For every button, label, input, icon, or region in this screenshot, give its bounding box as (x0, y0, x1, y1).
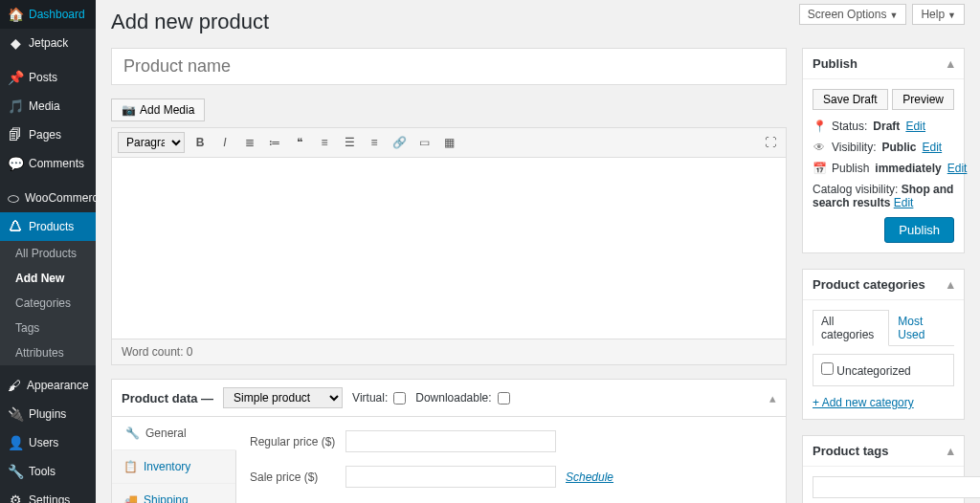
eye-icon: 👁 (813, 141, 826, 154)
menu-dashboard[interactable]: 🏠Dashboard (0, 0, 96, 29)
edit-status-link[interactable]: Edit (905, 120, 925, 133)
uncategorized-option[interactable]: Uncategorized (821, 364, 911, 378)
publish-box: Publish▴ Save Draft Preview 📍Status: Dra… (802, 48, 965, 253)
italic-button[interactable]: I (215, 133, 234, 152)
menu-comments[interactable]: 💬Comments (0, 149, 96, 178)
admin-sidebar: 🏠Dashboard ◆Jetpack 📌Posts 🎵Media 🗐Pages… (0, 0, 96, 503)
cat-tab-most-used[interactable]: Most Used (889, 310, 954, 346)
add-category-link[interactable]: + Add new category (813, 396, 954, 409)
submenu-categories[interactable]: Categories (0, 291, 96, 316)
tag-input[interactable] (813, 476, 980, 498)
menu-media[interactable]: 🎵Media (0, 92, 96, 120)
align-right-button[interactable]: ≡ (365, 133, 384, 152)
clipboard-icon: 📋 (123, 460, 138, 473)
preview-button[interactable]: Preview (892, 89, 954, 110)
save-draft-button[interactable]: Save Draft (813, 89, 888, 110)
camera-icon: 📷 (122, 103, 136, 117)
sale-price-input[interactable] (345, 466, 556, 488)
number-list-button[interactable]: ≔ (265, 133, 284, 152)
gear-icon: ⚙ (8, 492, 23, 503)
quote-button[interactable]: ❝ (290, 133, 309, 152)
product-data-header: Product data — Simple product Virtual: D… (111, 379, 787, 417)
comment-icon: 💬 (8, 156, 23, 171)
menu-settings[interactable]: ⚙Settings (0, 486, 96, 503)
menu-posts[interactable]: 📌Posts (0, 63, 96, 92)
submenu-add-new[interactable]: Add New (0, 266, 96, 291)
content-editor[interactable] (111, 158, 787, 339)
editor-toolbar: Paragraph B I ≣ ≔ ❝ ≡ ☰ ≡ 🔗 ▭ ▦ ⛶ (111, 127, 787, 158)
main-content: Screen Options▼ Help▼ Add new product 📷A… (96, 0, 980, 503)
regular-price-input[interactable] (345, 430, 556, 452)
wrench-icon: 🔧 (125, 426, 140, 440)
cat-tab-all[interactable]: All categories (813, 310, 889, 346)
plug-icon: 🔌 (8, 406, 23, 422)
tab-shipping[interactable]: 🚚Shipping (112, 484, 235, 503)
menu-pages[interactable]: 🗐Pages (0, 120, 96, 149)
menu-appearance[interactable]: 🖌Appearance (0, 371, 96, 400)
regular-price-label: Regular price ($) (250, 435, 345, 448)
align-center-button[interactable]: ☰ (340, 133, 359, 152)
menu-plugins[interactable]: 🔌Plugins (0, 400, 96, 428)
menu-jetpack[interactable]: ◆Jetpack (0, 29, 96, 57)
submenu-attributes[interactable]: Attributes (0, 340, 96, 365)
tab-inventory[interactable]: 📋Inventory (112, 450, 235, 484)
menu-tools[interactable]: 🔧Tools (0, 457, 96, 486)
word-count: Word count: 0 (111, 339, 787, 365)
add-media-button[interactable]: 📷Add Media (111, 98, 205, 121)
panel-toggle[interactable]: ▴ (769, 391, 776, 405)
help-button[interactable]: Help▼ (912, 4, 965, 25)
menu-users[interactable]: 👤Users (0, 428, 96, 457)
publish-button[interactable]: Publish (884, 217, 954, 243)
wrench-icon: 🔧 (8, 464, 23, 479)
fullscreen-button[interactable]: ⛶ (761, 133, 780, 152)
format-select[interactable]: Paragraph (118, 132, 185, 153)
media-icon: 🎵 (8, 98, 23, 114)
schedule-link[interactable]: Schedule (566, 470, 613, 484)
tags-title: Product tags (813, 444, 888, 458)
edit-catalog-link[interactable]: Edit (894, 196, 914, 209)
publish-title: Publish (813, 56, 858, 71)
product-name-input[interactable] (111, 48, 787, 85)
product-type-select[interactable]: Simple product (223, 387, 343, 408)
edit-date-link[interactable]: Edit (947, 162, 968, 175)
woo-icon: ⬭ (8, 190, 19, 206)
general-panel: Regular price ($) Sale price ($)Schedule (236, 417, 786, 503)
categories-title: Product categories (813, 277, 925, 292)
brush-icon: 🖌 (8, 378, 21, 393)
page-icon: 🗐 (8, 127, 23, 142)
menu-products[interactable]: 🛆Products (0, 212, 96, 241)
menu-woocommerce[interactable]: ⬭WooCommerce (0, 184, 96, 212)
jetpack-icon: ◆ (8, 35, 23, 51)
gauge-icon: 🏠 (8, 7, 23, 22)
truck-icon: 🚚 (123, 493, 138, 503)
link-button[interactable]: 🔗 (390, 133, 409, 152)
submenu-all-products[interactable]: All Products (0, 241, 96, 266)
more-button[interactable]: ▭ (414, 133, 434, 152)
user-icon: 👤 (8, 435, 23, 450)
product-data-tabs: 🔧General 📋Inventory 🚚Shipping 🔗Linked Pr… (112, 417, 236, 503)
calendar-icon: 📅 (813, 162, 826, 175)
bullet-list-button[interactable]: ≣ (240, 133, 259, 152)
bold-button[interactable]: B (190, 133, 210, 152)
virtual-checkbox[interactable] (393, 392, 406, 405)
downloadable-checkbox[interactable] (498, 392, 510, 405)
screen-options-button[interactable]: Screen Options▼ (799, 4, 907, 25)
align-left-button[interactable]: ≡ (315, 133, 334, 152)
sale-price-label: Sale price ($) (250, 470, 345, 484)
pin-icon: 📍 (813, 120, 826, 133)
product-icon: 🛆 (8, 219, 23, 234)
chevron-down-icon: ▼ (889, 11, 898, 20)
tags-box: Product tags▴ Add Separate tags with com… (802, 435, 965, 503)
pin-icon: 📌 (8, 70, 23, 85)
submenu-tags[interactable]: Tags (0, 316, 96, 340)
box-toggle[interactable]: ▴ (947, 56, 954, 71)
chevron-down-icon: ▼ (947, 11, 956, 20)
tab-general[interactable]: 🔧General (112, 417, 236, 450)
toolbar-toggle-button[interactable]: ▦ (439, 133, 458, 152)
categories-box: Product categories▴ All categories Most … (802, 269, 965, 420)
box-toggle[interactable]: ▴ (947, 277, 954, 292)
edit-visibility-link[interactable]: Edit (922, 141, 942, 154)
products-submenu: All Products Add New Categories Tags Att… (0, 241, 96, 365)
box-toggle[interactable]: ▴ (947, 444, 954, 458)
uncategorized-checkbox[interactable] (821, 362, 834, 375)
